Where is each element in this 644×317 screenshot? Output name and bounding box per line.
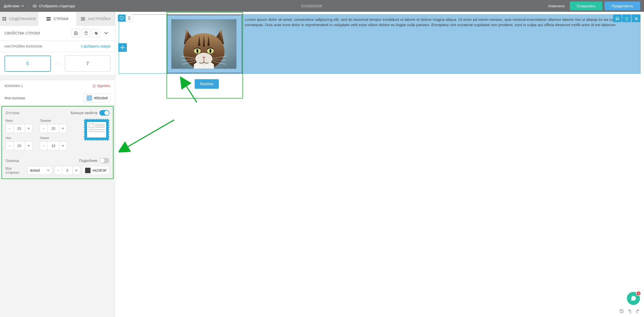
minus-button[interactable]: - — [55, 166, 62, 175]
padding-label: Отступы — [6, 111, 19, 115]
tab-rows-label: СТРОКИ — [54, 17, 68, 21]
tab-settings[interactable]: НАСТРОЙКИ — [77, 12, 115, 26]
border-color-picker[interactable]: #423F3F — [82, 166, 109, 175]
delete-column-button[interactable]: Удалить — [92, 84, 110, 88]
lorem-text: Lorem ipsum dolor sit amet, consectetur … — [245, 17, 637, 28]
column-pill-2[interactable]: 7 — [65, 56, 111, 72]
duplicate-row-icon-button[interactable] — [92, 29, 100, 37]
border-style-select[interactable]: dotted — [27, 166, 52, 175]
move-row-handle[interactable] — [118, 43, 127, 52]
border-more-toggle[interactable] — [99, 158, 109, 163]
plus-button[interactable]: + — [73, 166, 80, 175]
cta-button[interactable]: Кнопка — [195, 79, 219, 89]
plus-button[interactable]: + — [25, 142, 32, 150]
selected-row[interactable]: Lorem ipsum dolor sit amet, consectetur … — [119, 14, 640, 74]
trash-icon — [92, 84, 96, 87]
svg-rect-8 — [81, 18, 85, 19]
trash-icon — [84, 31, 88, 35]
plus-icon: + — [81, 44, 83, 48]
minus-button[interactable]: - — [40, 124, 48, 133]
row-save-button[interactable] — [613, 15, 622, 22]
continue-button[interactable]: Продолжить — [605, 2, 640, 10]
column-1-content[interactable] — [167, 15, 242, 73]
svg-rect-4 — [4, 19, 6, 21]
cat-illustration — [171, 19, 236, 69]
trash-icon — [625, 17, 629, 20]
column-2-content[interactable]: Lorem ipsum dolor sit amet, consectetur … — [242, 15, 640, 73]
history-icon — [619, 309, 624, 313]
row-delete-button[interactable] — [622, 15, 631, 22]
collapse-section-button[interactable] — [102, 29, 110, 37]
more-props-toggle[interactable] — [99, 110, 109, 116]
plus-button[interactable]: + — [59, 142, 67, 150]
padding-preview-thumb — [84, 119, 109, 141]
pad-left-stepper[interactable]: - 15 + — [40, 141, 67, 150]
border-width-stepper[interactable]: - 5 + — [54, 166, 80, 175]
pad-top-value[interactable]: 15 — [13, 124, 25, 133]
minus-button[interactable]: - — [6, 124, 13, 133]
chevron-down-icon — [21, 5, 24, 8]
plus-button[interactable]: + — [25, 124, 32, 133]
pad-right-label: Правая — [40, 119, 67, 122]
actions-label: Действия — [4, 4, 19, 8]
drag-handle-icon[interactable]: ⋮⋮ — [54, 63, 61, 64]
content-icon — [2, 16, 7, 21]
column-bg-picker[interactable]: #95c8e8 — [84, 94, 110, 102]
rows-icon — [46, 16, 51, 21]
row-properties-header: СВОЙСТВА СТРОКИ — [0, 26, 115, 41]
actions-dropdown[interactable]: Действия — [4, 4, 24, 8]
history-button[interactable] — [618, 308, 625, 314]
pad-right-stepper[interactable]: - 20 + — [40, 124, 67, 133]
svg-rect-15 — [129, 17, 130, 20]
topbar: Действия Отобразить структуру ID20383245… — [0, 0, 644, 12]
delete-column-label: Удалить — [97, 84, 110, 88]
tab-rows[interactable]: СТРОКИ — [38, 12, 76, 26]
tab-content[interactable]: СОДЕРЖИМОЕ — [0, 12, 38, 26]
row-floating-toolbar — [613, 15, 640, 22]
save-button[interactable]: Сохранить — [570, 2, 603, 10]
copy-icon — [634, 17, 638, 20]
svg-line-35 — [126, 120, 174, 148]
pad-bottom-value[interactable]: 15 — [13, 142, 25, 150]
pad-left-label: Левая — [40, 136, 67, 140]
pad-left-value[interactable]: 15 — [48, 142, 59, 150]
canvas: Lorem ipsum dolor sit amet, consectetur … — [115, 12, 644, 317]
svg-point-27 — [209, 49, 211, 53]
chat-icon — [630, 295, 637, 302]
desktop-view-button[interactable] — [118, 15, 126, 22]
save-icon — [616, 17, 619, 20]
border-label: Граница — [6, 159, 19, 163]
chat-badge: 3 — [636, 291, 641, 296]
svg-rect-9 — [81, 20, 85, 20]
minus-button[interactable]: - — [40, 142, 48, 150]
plus-button[interactable]: + — [59, 124, 67, 133]
show-structure-button[interactable]: Отобразить структуру — [32, 4, 75, 8]
column-ratio-row: 5 ⋮⋮ 7 — [0, 52, 115, 75]
copy-icon — [94, 31, 98, 35]
mobile-view-button[interactable] — [126, 15, 133, 22]
redo-button[interactable] — [634, 308, 641, 314]
delete-row-icon-button[interactable] — [82, 29, 90, 37]
svg-rect-12 — [120, 17, 123, 19]
svg-rect-1 — [2, 17, 4, 19]
column-pill-1[interactable]: 5 — [5, 56, 51, 72]
add-column-button[interactable]: + Добавить новую — [81, 44, 110, 48]
row-duplicate-button[interactable] — [632, 15, 640, 22]
save-icon — [74, 31, 78, 35]
sidebar: СОДЕРЖИМОЕ СТРОКИ НАСТРОЙКИ СВОЙСТВА СТР… — [0, 12, 115, 317]
save-row-icon-button[interactable] — [72, 29, 80, 37]
history-tools — [618, 308, 641, 314]
border-width-value[interactable]: 5 — [62, 166, 73, 175]
undo-button[interactable] — [626, 308, 633, 314]
separator — [28, 3, 28, 10]
pad-bottom-label: Низ — [6, 136, 33, 140]
pad-top-stepper[interactable]: - 15 + — [6, 124, 33, 133]
pad-bottom-stepper[interactable]: - 15 + — [6, 141, 33, 150]
chat-fab[interactable]: 3 — [627, 292, 640, 305]
settings-icon — [80, 16, 86, 21]
svg-rect-7 — [81, 17, 85, 18]
columns-config-header: НАСТРОЙКА КОЛОНОК + Добавить новую — [0, 41, 115, 52]
minus-button[interactable]: - — [6, 142, 13, 150]
pad-right-value[interactable]: 20 — [48, 124, 59, 133]
undo-icon — [627, 309, 632, 313]
